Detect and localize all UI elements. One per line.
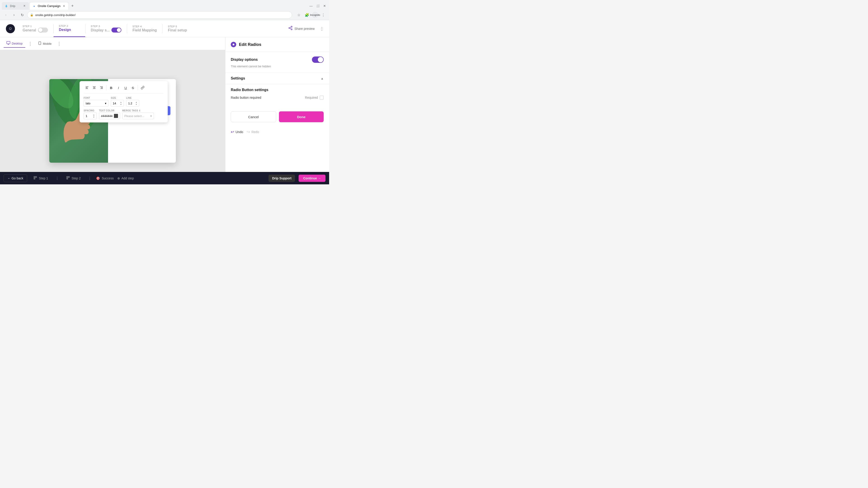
maximize-button[interactable]: ⬜ <box>315 3 320 8</box>
required-checkbox[interactable] <box>320 96 324 100</box>
line-group: Line 1.2 ▲ ▼ <box>126 97 139 107</box>
align-right-button[interactable] <box>98 84 105 91</box>
merge-select[interactable]: Please select... ▾ <box>122 112 154 119</box>
menu-button[interactable]: ⋮ <box>320 12 327 18</box>
forward-button[interactable]: › <box>11 12 17 18</box>
bottom-step2[interactable]: Step 2 <box>64 175 84 182</box>
step1-toggle[interactable] <box>38 28 48 33</box>
color-group: Text Color #444444 <box>99 109 120 119</box>
panel-title: Edit Radios <box>239 42 261 47</box>
merge-placeholder: Please select... <box>124 114 144 118</box>
header-more-button[interactable]: ⋮ <box>318 25 326 32</box>
spacing-label: Spacing <box>84 109 97 112</box>
bold-button[interactable]: B <box>108 84 115 91</box>
italic-button[interactable]: I <box>115 84 122 91</box>
tab-close-onsite[interactable]: ✕ <box>62 4 66 8</box>
toolbar-fields-row: Font lato ▾ Size 14 ▲ ▼ <box>84 97 164 107</box>
step2-more-button[interactable]: ⋮ <box>87 175 92 181</box>
mobile-more-button[interactable]: ⋮ <box>56 40 62 47</box>
step5-name: Final setup <box>168 28 189 32</box>
done-button[interactable]: Done <box>279 111 324 122</box>
redo-button[interactable]: ↪ Redo <box>247 129 259 134</box>
undo-button[interactable]: ↩ Undo <box>231 129 243 134</box>
tab-drip[interactable]: 💧 Drip ✕ <box>2 2 29 10</box>
step3-toggle[interactable] <box>112 28 121 33</box>
step-display[interactable]: STEP 3 Display s... <box>86 20 127 37</box>
close-window-button[interactable]: ✕ <box>322 3 327 8</box>
spacing-control[interactable]: 1 ▲ ▼ <box>84 112 97 119</box>
align-left-button[interactable] <box>84 84 90 91</box>
align-center-button[interactable] <box>91 84 98 91</box>
reload-button[interactable]: ↻ <box>19 12 25 18</box>
display-options-title: Display options <box>231 58 258 62</box>
color-value-text: #444444 <box>101 114 113 118</box>
step2-icon <box>66 176 70 181</box>
spacing-up-button[interactable]: ▲ <box>93 113 95 116</box>
size-up-button[interactable]: ▲ <box>120 101 122 103</box>
bookmark-button[interactable]: ☆ <box>296 12 302 18</box>
tab-mobile[interactable]: Mobile <box>35 40 54 47</box>
undo-redo-section: ↩ Undo ↪ Redo <box>225 126 329 138</box>
strikethrough-button[interactable]: S <box>129 84 136 91</box>
svg-line-4 <box>290 27 291 28</box>
step4-name: Field Mapping <box>132 28 157 32</box>
size-spinner: ▲ ▼ <box>120 101 122 105</box>
continue-button[interactable]: Continue → <box>299 175 326 182</box>
size-value: 14 <box>113 102 116 105</box>
color-control[interactable]: #444444 <box>99 112 120 119</box>
share-preview-button[interactable]: Share preview <box>285 24 318 33</box>
undo-icon: ↩ <box>231 129 234 134</box>
bottom-step1[interactable]: Step 1 <box>31 175 51 182</box>
spacing-value: 1 <box>86 114 87 118</box>
spacing-down-button[interactable]: ▼ <box>93 116 95 118</box>
desktop-more-button[interactable]: ⋮ <box>27 40 33 47</box>
minimize-button[interactable]: — <box>308 3 314 8</box>
url-bar[interactable]: 🔒 onsite.getdrip.com/drip-builder/ <box>27 11 292 19</box>
tab-close-drip[interactable]: ✕ <box>23 4 26 8</box>
extensions-button[interactable]: 🧩 <box>304 12 310 18</box>
cancel-button[interactable]: Cancel <box>231 111 276 122</box>
line-value: 1.2 <box>128 102 132 105</box>
step-general[interactable]: STEP 1 General <box>17 20 53 37</box>
step-final-setup[interactable]: STEP 5 Final setup <box>162 20 194 37</box>
redo-icon: ↪ <box>247 129 250 134</box>
svg-point-1 <box>289 28 290 29</box>
toolbar-separator-1 <box>106 85 106 90</box>
merge-chevron-icon: ▾ <box>150 114 152 118</box>
bottom-success[interactable]: 🎯 Success <box>96 176 114 180</box>
drip-support-button[interactable]: Drip Support <box>269 175 295 182</box>
settings-header[interactable]: Settings ▲ <box>231 76 324 80</box>
link-button[interactable] <box>139 84 146 91</box>
size-down-button[interactable]: ▼ <box>120 103 122 105</box>
step-field-mapping[interactable]: STEP 4 Field Mapping <box>127 20 162 37</box>
svg-line-3 <box>290 28 291 29</box>
line-control[interactable]: 1.2 ▲ ▼ <box>126 100 139 107</box>
profile-button[interactable]: Incognito <box>312 12 318 18</box>
radio-settings-title: Radio Button settings <box>231 88 324 92</box>
svg-rect-25 <box>34 178 35 179</box>
line-up-button[interactable]: ▲ <box>135 101 137 103</box>
step1-more-button[interactable]: ⋮ <box>55 175 60 181</box>
size-label: Size <box>111 97 124 99</box>
app-logo[interactable]: ☺ <box>6 24 15 33</box>
tab-favicon-onsite: ● <box>32 4 36 8</box>
display-toggle[interactable] <box>312 57 324 63</box>
back-button[interactable]: ‹ <box>3 12 9 18</box>
success-label: Success <box>102 176 114 180</box>
line-label: Line <box>126 97 139 99</box>
step-design[interactable]: STEP 2 Design <box>54 20 85 37</box>
new-tab-button[interactable]: + <box>69 3 75 9</box>
add-step-button[interactable]: ⊕ Add step <box>117 176 134 180</box>
go-back-button[interactable]: ← Go back <box>4 174 27 182</box>
step1-label: STEP 1 <box>23 25 48 28</box>
font-select[interactable]: lato ▾ <box>84 100 108 107</box>
tab-onsite[interactable]: ● Onsite Campaign ✕ <box>29 2 69 10</box>
color-swatch <box>114 114 118 118</box>
line-down-button[interactable]: ▼ <box>135 103 137 105</box>
tab-desktop[interactable]: Desktop <box>4 39 25 48</box>
size-control[interactable]: 14 ▲ ▼ <box>111 100 124 107</box>
radio-settings-section: Radio Button settings Radio button requi… <box>225 84 329 108</box>
settings-section: Settings ▲ <box>225 73 329 84</box>
underline-button[interactable]: U <box>122 84 129 91</box>
tab-label-onsite: Onsite Campaign <box>38 4 60 8</box>
